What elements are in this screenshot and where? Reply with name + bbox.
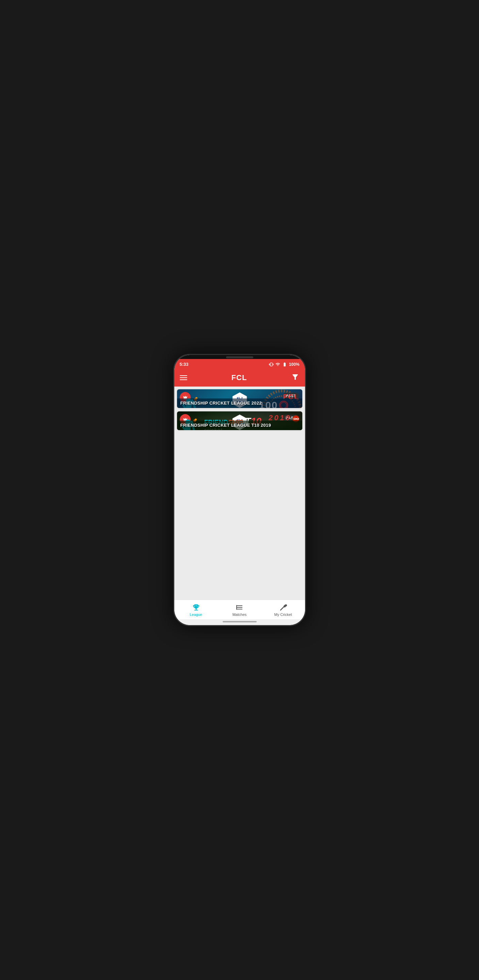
nav-label-league: League bbox=[190, 612, 202, 617]
app-bar: FCL bbox=[174, 369, 305, 387]
app-title: FCL bbox=[232, 373, 247, 382]
status-bar: 5:33 100% bbox=[174, 359, 305, 369]
tournament-card-fcl-2022[interactable]: PAST KLJ PRESENTS bbox=[177, 389, 302, 408]
nav-item-matches[interactable]: Matches bbox=[218, 600, 262, 619]
cricket-bat-icon bbox=[279, 603, 287, 611]
nav-item-my-cricket[interactable]: My Cricket bbox=[262, 600, 305, 619]
content-area: PAST KLJ PRESENTS bbox=[174, 387, 305, 600]
tournament-title-2022: FRIENDSHIP CRICKET LEAGUE 2022 bbox=[180, 401, 299, 406]
hamburger-menu-button[interactable] bbox=[180, 375, 187, 380]
nav-label-my-cricket: My Cricket bbox=[275, 612, 292, 617]
home-indicator bbox=[174, 619, 305, 625]
vibrate-icon bbox=[269, 362, 274, 367]
battery-icon bbox=[282, 362, 287, 367]
status-icons: 100% bbox=[269, 362, 300, 367]
card-title-bar-2022: FRIENDSHIP CRICKET LEAGUE 2022 bbox=[177, 398, 302, 408]
card-title-bar-2019: FRIENDSHIP CRICKET LEAGUE T10 2019 bbox=[177, 421, 302, 430]
nav-item-league[interactable]: League bbox=[174, 600, 218, 619]
status-time: 5:33 bbox=[180, 362, 188, 367]
wifi-icon bbox=[275, 362, 280, 367]
trophy-icon bbox=[192, 603, 200, 611]
svg-point-28 bbox=[195, 418, 197, 421]
matches-icon bbox=[236, 603, 244, 611]
svg-rect-31 bbox=[236, 605, 237, 610]
tournament-card-fcl-2019[interactable]: PAST KLJ PRESENTS bbox=[177, 411, 302, 430]
tournament-title-2019: FRIENDSHIP CRICKET LEAGUE T10 2019 bbox=[180, 423, 299, 428]
card-banner-2022: PAST KLJ PRESENTS bbox=[177, 389, 302, 408]
battery-text: 100% bbox=[289, 362, 300, 367]
bottom-nav: League Matches My Cricket bbox=[174, 600, 305, 619]
card-banner-2019: PAST KLJ PRESENTS bbox=[177, 411, 302, 430]
nav-label-matches: Matches bbox=[233, 612, 247, 617]
svg-point-34 bbox=[285, 605, 287, 606]
filter-button[interactable] bbox=[291, 373, 299, 382]
filter-icon bbox=[291, 373, 299, 381]
